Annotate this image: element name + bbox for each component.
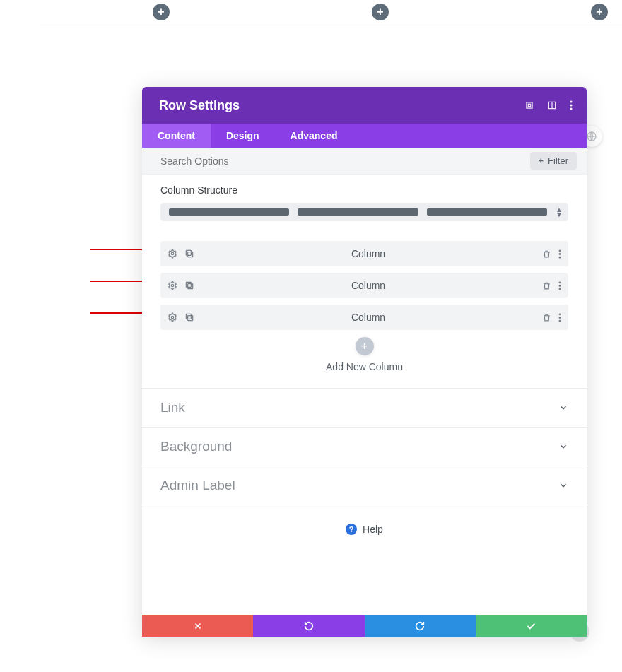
search-row: + Filter — [142, 148, 587, 175]
svg-point-9 — [171, 252, 174, 255]
redo-button[interactable] — [365, 615, 476, 637]
tab-label: Content — [158, 130, 195, 141]
column-bar — [427, 208, 547, 216]
undo-button[interactable] — [253, 615, 364, 637]
trash-icon[interactable] — [542, 281, 551, 290]
svg-point-26 — [559, 319, 561, 322]
more-icon[interactable] — [558, 281, 561, 290]
svg-rect-10 — [188, 252, 193, 257]
chevron-down-icon — [558, 442, 568, 452]
search-input[interactable] — [160, 151, 523, 171]
modal-body: Column Structure ▲▼ Column — [142, 175, 587, 615]
gear-icon[interactable] — [168, 281, 177, 290]
column-structure-selector[interactable]: ▲▼ — [160, 203, 568, 221]
snap-panel-icon[interactable] — [547, 100, 557, 110]
svg-rect-23 — [186, 314, 191, 319]
expand-icon[interactable] — [524, 100, 534, 110]
svg-rect-2 — [527, 102, 532, 108]
tab-design[interactable]: Design — [211, 124, 275, 148]
duplicate-icon[interactable] — [184, 312, 194, 322]
column-item[interactable]: Column — [160, 305, 568, 330]
svg-point-12 — [559, 249, 561, 252]
accordion-link[interactable]: Link — [142, 389, 587, 428]
column-label: Column — [194, 248, 542, 259]
svg-point-20 — [559, 288, 561, 290]
accordion-label: Admin Label — [160, 478, 235, 493]
svg-point-19 — [559, 285, 561, 287]
tab-label: Design — [226, 130, 259, 141]
gear-icon[interactable] — [168, 312, 177, 322]
svg-point-8 — [570, 107, 572, 110]
svg-rect-16 — [188, 284, 193, 289]
trash-icon[interactable] — [542, 313, 551, 322]
chevron-down-icon — [558, 403, 568, 413]
modal-header: Row Settings — [142, 87, 587, 124]
annotation-arrow-1 — [90, 249, 148, 250]
trash-icon[interactable] — [542, 249, 551, 259]
annotation-arrow-3 — [90, 312, 148, 314]
accordion-label: Background — [160, 439, 232, 454]
column-label: Column — [194, 280, 542, 291]
filter-label: Filter — [548, 155, 568, 166]
section-label-column-structure: Column Structure — [160, 184, 568, 196]
svg-point-7 — [570, 104, 572, 106]
cancel-button[interactable] — [142, 615, 253, 637]
more-icon[interactable] — [558, 249, 561, 259]
duplicate-icon[interactable] — [184, 281, 194, 290]
column-list: Column Column — [142, 241, 587, 330]
svg-rect-22 — [188, 316, 193, 321]
add-section-button-3[interactable]: + — [591, 4, 608, 20]
svg-rect-3 — [528, 104, 531, 107]
tab-label: Advanced — [291, 130, 338, 141]
svg-point-15 — [171, 284, 174, 287]
sort-icon: ▲▼ — [556, 207, 563, 217]
top-divider — [40, 28, 622, 28]
column-item[interactable]: Column — [160, 241, 568, 266]
svg-point-25 — [559, 317, 561, 319]
chevron-down-icon — [558, 481, 568, 490]
svg-point-21 — [171, 316, 174, 319]
tab-bar: Content Design Advanced — [142, 124, 587, 148]
modal-footer — [142, 615, 587, 637]
modal-title: Row Settings — [159, 98, 240, 113]
svg-point-18 — [559, 281, 561, 283]
more-icon[interactable] — [558, 313, 561, 322]
accordion-label: Link — [160, 400, 185, 415]
add-column-section: + Add New Column — [142, 337, 587, 384]
svg-point-6 — [570, 100, 572, 102]
svg-point-13 — [559, 253, 561, 255]
tab-content[interactable]: Content — [142, 124, 211, 148]
svg-point-14 — [559, 256, 561, 258]
more-icon[interactable] — [570, 100, 573, 110]
duplicate-icon[interactable] — [184, 249, 194, 259]
gear-icon[interactable] — [168, 249, 177, 259]
header-actions — [524, 100, 573, 110]
plus-icon: + — [539, 155, 544, 166]
annotation-arrow-2 — [90, 281, 148, 282]
column-bar — [298, 208, 418, 216]
column-item[interactable]: Column — [160, 273, 568, 298]
accordion-admin-label[interactable]: Admin Label — [142, 466, 587, 505]
column-bar — [169, 208, 289, 216]
svg-rect-11 — [186, 250, 191, 255]
add-column-label: Add New Column — [142, 361, 587, 372]
svg-point-24 — [559, 313, 561, 315]
tab-advanced[interactable]: Advanced — [275, 124, 353, 148]
filter-button[interactable]: + Filter — [530, 152, 577, 170]
add-column-button[interactable]: + — [356, 337, 374, 355]
help-icon: ? — [346, 524, 357, 535]
add-section-button-1[interactable]: + — [153, 4, 170, 20]
help-label: Help — [363, 524, 383, 535]
confirm-button[interactable] — [476, 615, 587, 637]
help-link[interactable]: ? Help — [142, 505, 587, 556]
svg-rect-17 — [186, 282, 191, 287]
add-section-button-2[interactable]: + — [372, 4, 389, 20]
accordion-background[interactable]: Background — [142, 428, 587, 466]
column-label: Column — [194, 312, 542, 323]
row-settings-modal: Row Settings Content Design Advanced + F… — [142, 87, 587, 637]
